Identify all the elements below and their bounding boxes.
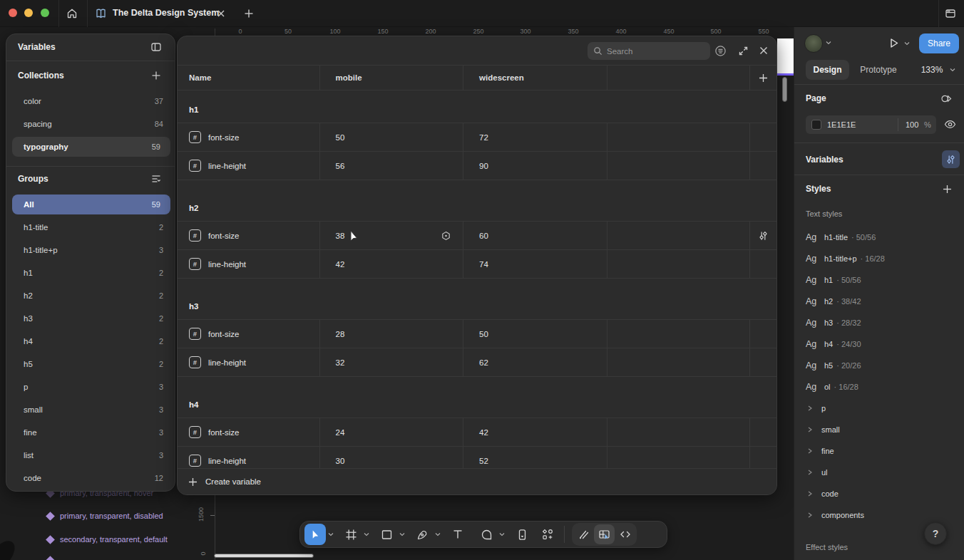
file-tab[interactable] (95, 8, 107, 19)
share-button[interactable]: Share (919, 33, 959, 53)
mobile-value-cell[interactable]: 24 (320, 418, 464, 446)
group-item[interactable]: list3 (6, 445, 175, 465)
style-folder[interactable]: p (794, 398, 964, 419)
text-style-item[interactable]: Agol· 16/28 (794, 376, 964, 398)
widescreen-value-cell[interactable]: 90 (463, 152, 607, 180)
mobile-value-cell[interactable]: 56 (320, 152, 464, 180)
expand-icon[interactable] (734, 42, 752, 59)
collection-item-color[interactable]: color 37 (6, 91, 175, 111)
variables-table-mode-button[interactable] (594, 524, 615, 544)
text-style-item[interactable]: Agh2· 38/42 (794, 291, 964, 312)
rectangle-tool[interactable] (376, 524, 397, 545)
vertical-scrollbar[interactable] (782, 77, 787, 102)
canvas-layer-item[interactable]: secondary, transparent, default (47, 535, 168, 544)
frame-tool[interactable] (340, 524, 362, 545)
group-item[interactable]: p3 (6, 377, 175, 397)
zoom-chevron-icon[interactable] (950, 68, 955, 72)
row-sliders-icon[interactable] (758, 230, 769, 242)
empty-cell[interactable] (607, 348, 750, 376)
empty-cell[interactable] (607, 222, 750, 249)
color-hex-field[interactable]: 1E1E1E (827, 120, 856, 129)
widescreen-value-cell[interactable]: 52 (463, 447, 607, 468)
group-item[interactable]: h52 (6, 354, 175, 374)
group-item[interactable]: h1-title+p3 (6, 240, 175, 260)
empty-cell[interactable] (607, 250, 750, 278)
apply-variable-icon[interactable] (441, 230, 451, 241)
color-swatch[interactable] (811, 120, 821, 130)
close-window-button[interactable] (9, 9, 17, 17)
comment-tool-chevron-icon[interactable] (497, 524, 507, 545)
add-mode-button[interactable] (750, 66, 776, 90)
style-folder[interactable]: ul (794, 462, 964, 483)
variable-name-cell[interactable]: font-size (178, 222, 320, 249)
dev-mode-button[interactable] (615, 524, 635, 544)
tab-design[interactable]: Design (806, 60, 849, 80)
horizontal-scrollbar[interactable] (214, 554, 314, 558)
pen-tool-chevron-icon[interactable] (433, 524, 443, 545)
open-variables-button[interactable] (942, 150, 960, 168)
avatar-chevron-icon[interactable] (826, 41, 831, 45)
empty-cell[interactable] (607, 123, 750, 151)
visibility-eye-icon[interactable] (944, 119, 956, 130)
widescreen-value-cell[interactable]: 42 (463, 418, 607, 446)
mobile-value-cell[interactable]: 32 (320, 348, 464, 376)
style-folder[interactable]: fine (794, 440, 964, 462)
widescreen-value-cell[interactable]: 50 (463, 320, 607, 348)
zoom-level[interactable]: 133% (917, 60, 947, 80)
new-tab-icon[interactable] (243, 8, 255, 19)
mobile-value-cell[interactable]: 50 (320, 123, 464, 151)
style-folder[interactable]: code (794, 483, 964, 504)
canvas-layer-item[interactable]: primary, transparent, disabled (47, 512, 163, 520)
frame-tool-chevron-icon[interactable] (362, 524, 371, 545)
draw-mode-button[interactable] (573, 524, 594, 544)
variable-name-cell[interactable]: line-height (178, 152, 320, 180)
widescreen-value-cell[interactable]: 74 (463, 250, 607, 278)
tab-prototype[interactable]: Prototype (855, 60, 902, 80)
column-header-mobile[interactable]: mobile (320, 66, 464, 90)
text-style-item[interactable]: Agh1· 50/56 (794, 269, 964, 291)
group-item[interactable]: fine3 (6, 422, 175, 442)
widescreen-value-cell[interactable]: 60 (463, 222, 607, 249)
device-preview-tool[interactable] (511, 524, 533, 545)
mobile-value-cell[interactable]: 42 (320, 250, 464, 278)
variable-name-cell[interactable]: font-size (178, 123, 320, 151)
empty-cell[interactable] (607, 320, 750, 348)
present-play-icon[interactable] (887, 36, 901, 50)
variable-name-cell[interactable]: line-height (178, 250, 320, 278)
variable-name-cell[interactable]: font-size (178, 320, 320, 348)
opacity-field[interactable]: 100 (906, 120, 918, 129)
group-item[interactable]: h12 (6, 263, 175, 283)
text-style-item[interactable]: Agh1-title+p· 16/28 (794, 248, 964, 269)
move-tool-chevron-icon[interactable] (326, 524, 336, 545)
collection-item-typography[interactable]: typography 59 (12, 137, 170, 157)
text-style-item[interactable]: Agh1-title· 50/56 (794, 227, 964, 248)
home-icon[interactable] (66, 7, 78, 20)
mobile-value-cell[interactable]: 30 (320, 447, 464, 468)
collection-item-spacing[interactable]: spacing 84 (6, 114, 175, 134)
group-item[interactable]: h42 (6, 331, 175, 351)
text-tool[interactable] (447, 524, 468, 545)
widescreen-value-cell[interactable]: 62 (463, 348, 607, 376)
empty-cell[interactable] (607, 152, 750, 180)
tab-title[interactable]: The Delta Design System (113, 8, 219, 18)
grid-styles-icon[interactable] (940, 93, 953, 105)
minimize-window-button[interactable] (24, 9, 33, 17)
add-style-icon[interactable] (942, 184, 953, 195)
group-item[interactable]: h32 (6, 308, 175, 328)
text-style-item[interactable]: Agh3· 28/32 (794, 312, 964, 333)
create-variable-button[interactable]: Create variable (178, 468, 776, 494)
group-item[interactable]: h22 (6, 286, 175, 306)
actions-tool[interactable] (537, 524, 558, 545)
pen-tool[interactable] (411, 524, 433, 545)
canvas-layer-item[interactable] (47, 557, 53, 560)
mobile-value-cell[interactable]: 28 (320, 320, 464, 348)
help-button[interactable]: ? (924, 522, 947, 545)
column-header-widescreen[interactable]: widescreen (463, 66, 607, 90)
panel-toggle-icon[interactable] (148, 38, 165, 56)
close-icon[interactable] (755, 42, 772, 59)
mobile-value-cell[interactable]: 38 (320, 222, 464, 249)
add-collection-icon[interactable] (148, 67, 165, 84)
variable-name-cell[interactable]: font-size (178, 418, 320, 446)
present-chevron-icon[interactable] (904, 41, 910, 46)
collapse-list-icon[interactable] (148, 170, 165, 187)
